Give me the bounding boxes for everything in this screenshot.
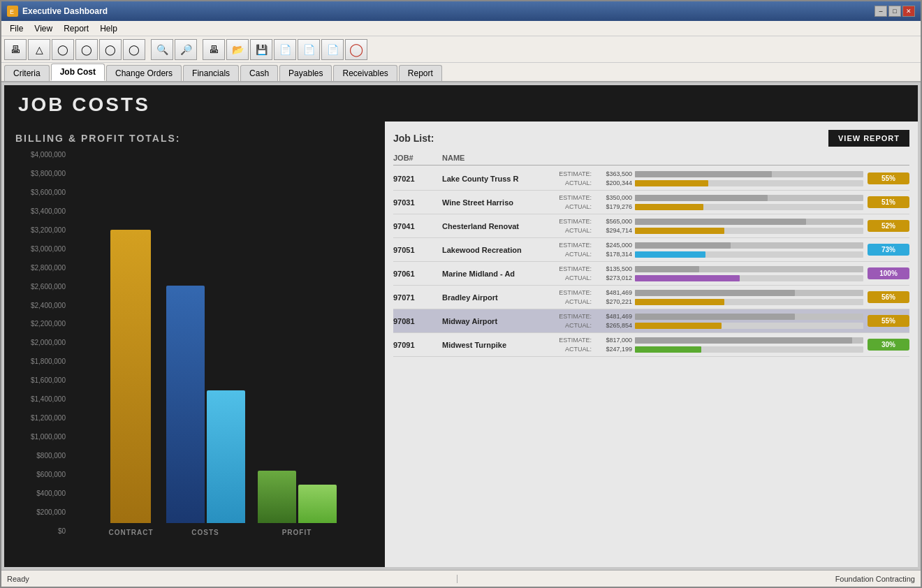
- toolbar-btn-9[interactable]: 🖶: [203, 39, 225, 60]
- y-label-19: $200,000: [36, 508, 66, 516]
- tab-receivables[interactable]: Receivables: [333, 65, 397, 81]
- app-icon: E: [7, 6, 18, 17]
- profit-bar-label: PROFIT: [282, 529, 312, 536]
- toolbar-btn-10[interactable]: 📂: [226, 39, 249, 60]
- page-title: JOB COSTS: [4, 85, 918, 122]
- toolbar: 🖶 △ ◯ ◯ ◯ ◯ 🔍 🔎 🖶 📂 💾 📄 📄 📄 ◯: [1, 36, 921, 63]
- y-label-15: $1,000,000: [31, 433, 66, 441]
- tab-report[interactable]: Report: [399, 65, 442, 81]
- costs-bars: [166, 286, 245, 523]
- chart-area: $4,000,000 $3,800,000 $3,600,000 $3,400,…: [15, 151, 374, 556]
- view-report-button[interactable]: VIEW REPORT: [828, 130, 909, 147]
- tab-cash[interactable]: Cash: [240, 65, 278, 81]
- toolbar-btn-3[interactable]: ◯: [52, 39, 74, 60]
- costs-bar-group: COSTS: [166, 286, 245, 536]
- costs-bar-light: [207, 390, 245, 523]
- tab-bar: Criteria Job Cost Change Orders Financia…: [1, 63, 921, 82]
- job-pct-badge: 56%: [868, 291, 909, 303]
- table-row[interactable]: 97061 Marine Midland - Ad ESTIMATE: $135…: [393, 262, 909, 286]
- col-job-number: JOB#: [393, 154, 442, 162]
- menu-file[interactable]: File: [4, 22, 29, 35]
- status-ready: Ready: [7, 575, 457, 583]
- toolbar-btn-2[interactable]: △: [28, 39, 50, 60]
- menu-view[interactable]: View: [29, 22, 58, 35]
- job-pct-badge: 51%: [868, 196, 909, 208]
- job-number: 97061: [393, 270, 442, 278]
- table-row[interactable]: 97021 Lake County Truss R ESTIMATE: $363…: [393, 167, 909, 191]
- toolbar-btn-12[interactable]: 📄: [274, 39, 296, 60]
- contract-bar: [110, 230, 151, 523]
- y-label-9: $2,200,000: [31, 320, 66, 328]
- col-pct: [868, 154, 909, 162]
- costs-bar-label: COSTS: [191, 529, 219, 536]
- y-axis: $4,000,000 $3,800,000 $3,600,000 $3,400,…: [15, 151, 71, 556]
- y-label-4: $3,200,000: [31, 226, 66, 234]
- job-number: 97071: [393, 293, 442, 302]
- job-number: 97041: [393, 222, 442, 230]
- y-label-5: $3,000,000: [31, 245, 66, 253]
- table-row[interactable]: 97081 Midway Airport ESTIMATE: $481,469 …: [393, 309, 909, 333]
- menu-report[interactable]: Report: [58, 22, 94, 35]
- toolbar-btn-4[interactable]: ◯: [75, 39, 98, 60]
- bars-area: CONTRACT COSTS: [71, 151, 374, 556]
- table-row[interactable]: 97071 Bradley Airport ESTIMATE: $481,469…: [393, 286, 909, 309]
- profit-bars: [258, 471, 337, 523]
- job-name: Lake County Truss R: [442, 175, 554, 183]
- job-pct-badge: 55%: [868, 172, 909, 184]
- job-list-header: Job List: VIEW REPORT: [393, 130, 909, 147]
- toolbar-btn-6[interactable]: ◯: [123, 39, 145, 60]
- toolbar-btn-11[interactable]: 💾: [250, 39, 272, 60]
- job-name: Midwest Turnpike: [442, 341, 554, 349]
- job-name: Bradley Airport: [442, 293, 554, 302]
- job-name: Chesterland Renovat: [442, 222, 554, 230]
- job-name: Lakewood Recreation: [442, 246, 554, 254]
- toolbar-btn-13[interactable]: 📄: [298, 39, 320, 60]
- main-window: E Executive Dashboard – □ ✕ File View Re…: [0, 0, 922, 588]
- y-label-0: $4,000,000: [31, 151, 66, 159]
- maximize-button[interactable]: □: [888, 6, 901, 17]
- toolbar-btn-7[interactable]: 🔍: [151, 39, 173, 60]
- table-row[interactable]: 97031 Wine Street Harriso ESTIMATE: $350…: [393, 191, 909, 214]
- y-label-8: $2,400,000: [31, 302, 66, 309]
- tab-job-cost[interactable]: Job Cost: [51, 64, 105, 81]
- window-controls: – □ ✕: [875, 6, 915, 17]
- tab-criteria[interactable]: Criteria: [4, 65, 50, 81]
- y-label-16: $800,000: [36, 452, 66, 460]
- close-button[interactable]: ✕: [902, 6, 915, 17]
- window-title: Executive Dashboard: [22, 6, 870, 16]
- y-label-10: $2,000,000: [31, 339, 66, 346]
- contract-bar-label: CONTRACT: [108, 529, 153, 536]
- svg-text:E: E: [10, 8, 14, 15]
- toolbar-btn-8[interactable]: 🔎: [175, 39, 197, 60]
- main-content: JOB COSTS BILLING & PROFIT TOTALS: $4,00…: [1, 82, 921, 570]
- job-name: Wine Street Harriso: [442, 198, 554, 207]
- job-progress: ESTIMATE: $363,500 ACTUAL: $200,344: [554, 170, 868, 186]
- job-pct-badge: 73%: [868, 244, 909, 256]
- menu-help[interactable]: Help: [94, 22, 123, 35]
- table-row[interactable]: 97051 Lakewood Recreation ESTIMATE: $245…: [393, 238, 909, 262]
- profit-bar-group: PROFIT: [258, 471, 337, 536]
- toolbar-btn-14[interactable]: 📄: [321, 39, 344, 60]
- tab-change-orders[interactable]: Change Orders: [106, 65, 182, 81]
- tab-financials[interactable]: Financials: [183, 65, 239, 81]
- job-number: 97051: [393, 246, 442, 254]
- y-label-1: $3,800,000: [31, 170, 66, 177]
- col-bars: [554, 154, 868, 162]
- job-progress: ESTIMATE: $245,000 ACTUAL: $178,314: [554, 242, 868, 258]
- job-list-section: Job List: VIEW REPORT JOB# NAME 97021 La…: [385, 122, 918, 567]
- toolbar-btn-1[interactable]: 🖶: [4, 39, 27, 60]
- col-name: NAME: [442, 154, 554, 162]
- dashboard-body: BILLING & PROFIT TOTALS: $4,000,000 $3,8…: [4, 122, 918, 567]
- title-bar: E Executive Dashboard – □ ✕: [1, 1, 921, 21]
- table-row[interactable]: 97091 Midwest Turnpike ESTIMATE: $817,00…: [393, 333, 909, 357]
- job-number: 97081: [393, 317, 442, 325]
- status-company: Foundation Contracting: [457, 575, 916, 583]
- job-name: Marine Midland - Ad: [442, 270, 554, 278]
- y-label-6: $2,800,000: [31, 264, 66, 272]
- y-label-11: $1,800,000: [31, 358, 66, 365]
- tab-payables[interactable]: Payables: [279, 65, 332, 81]
- minimize-button[interactable]: –: [875, 6, 887, 17]
- table-row[interactable]: 97041 Chesterland Renovat ESTIMATE: $565…: [393, 214, 909, 238]
- toolbar-btn-15[interactable]: ◯: [345, 39, 367, 60]
- toolbar-btn-5[interactable]: ◯: [99, 39, 122, 60]
